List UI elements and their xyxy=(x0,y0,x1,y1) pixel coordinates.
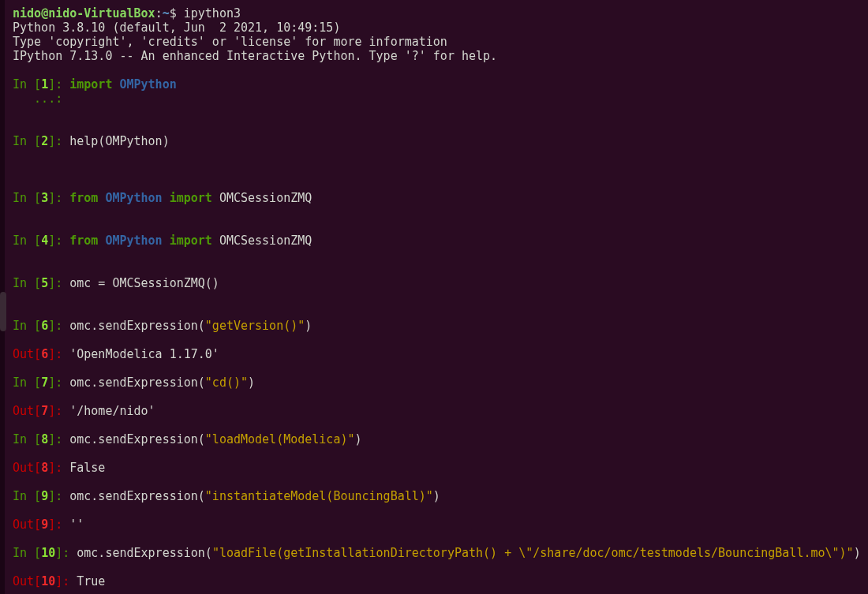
python-copyright: Type 'copyright', 'credits' or 'license'… xyxy=(13,35,859,49)
prompt-path: ~ xyxy=(163,6,170,21)
prompt-host: nido-VirtualBox xyxy=(48,6,155,21)
in-6: In [6]: omc.sendExpression("getVersion()… xyxy=(13,319,859,333)
out-7: Out[7]: '/home/nido' xyxy=(13,404,859,418)
command-text: ipython3 xyxy=(184,6,241,21)
in-1: In [1]: import OMPython xyxy=(13,77,859,92)
in-4: In [4]: from OMPython import OMCSessionZ… xyxy=(13,233,859,248)
in-8: In [8]: omc.sendExpression("loadModel(Mo… xyxy=(13,432,859,446)
python-version: Python 3.8.10 (default, Jun 2 2021, 10:4… xyxy=(13,21,859,35)
in-7: In [7]: omc.sendExpression("cd()") xyxy=(13,375,859,390)
out-6: Out[6]: 'OpenModelica 1.17.0' xyxy=(13,347,859,361)
terminal-content[interactable]: nido@nido-VirtualBox:~$ ipython3 Python … xyxy=(13,6,859,588)
out-9: Out[9]: '' xyxy=(13,517,859,532)
in-9: In [9]: omc.sendExpression("instantiateM… xyxy=(13,489,859,503)
in-10: In [10]: omc.sendExpression("loadFile(ge… xyxy=(13,546,859,560)
blank-line xyxy=(13,63,859,77)
out-10: Out[10]: True xyxy=(13,574,859,588)
in-3: In [3]: from OMPython import OMCSessionZ… xyxy=(13,191,859,205)
scrollbar-thumb[interactable] xyxy=(0,292,6,331)
shell-prompt-line: nido@nido-VirtualBox:~$ ipython3 xyxy=(13,6,859,21)
out-8: Out[8]: False xyxy=(13,461,859,475)
in-5: In [5]: omc = OMCSessionZMQ() xyxy=(13,276,859,290)
prompt-user: nido xyxy=(13,6,41,21)
in-1-continuation: ...: xyxy=(13,92,859,106)
ipython-version: IPython 7.13.0 -- An enhanced Interactiv… xyxy=(13,49,859,63)
in-2: In [2]: help(OMPython) xyxy=(13,134,859,148)
